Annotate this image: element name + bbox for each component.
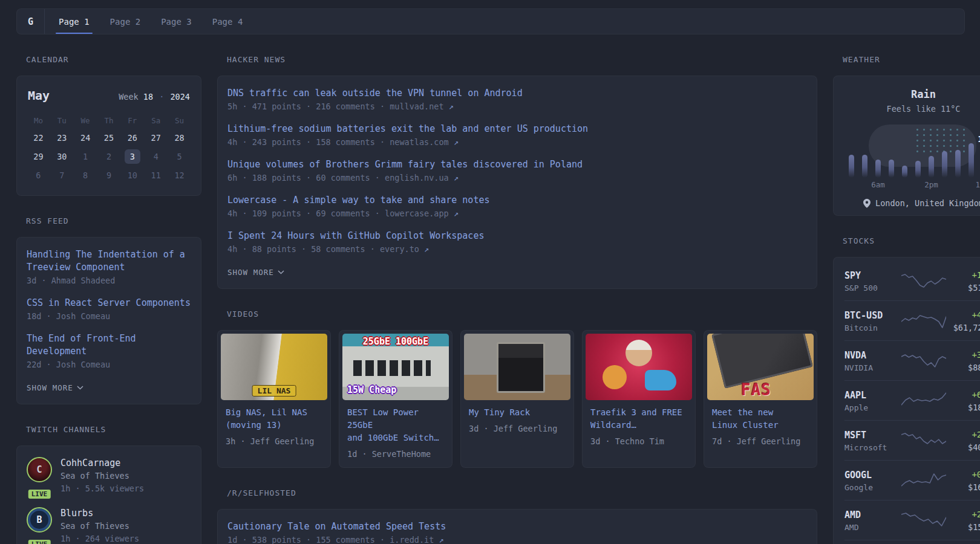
show-more-label: SHOW MORE (27, 383, 73, 392)
stock-symbol: NVDA (844, 349, 901, 361)
stock-row[interactable]: BTC-USD Bitcoin +4.40% $61,725.48 (844, 300, 980, 340)
story-title-link[interactable]: Lowercase - A simple way to take and sha… (227, 194, 807, 207)
channel-game: Sea of Thieves (60, 470, 144, 482)
video-title-link[interactable]: BEST Low Power 25GbE and 100GbE Switch… (342, 400, 449, 444)
stock-row[interactable]: AAPL Apple +6.87% $184.91 (844, 380, 980, 420)
video-title-link[interactable]: Traefik 3 and FREE Wildcard… (586, 400, 692, 432)
stock-row[interactable]: MSFT Microsoft +2.16% $406.43 (844, 420, 980, 460)
stock-id: MSFT Microsoft (844, 429, 901, 452)
story-title-link[interactable]: I Spent 24 Hours with GitHub Copilot Wor… (227, 230, 807, 242)
stock-symbol: AMD (844, 509, 901, 521)
stock-price: $888.40 (947, 363, 980, 372)
video-card[interactable]: LIL NAS Big NAS, Lil NAS (moving 13) 3h … (217, 330, 331, 468)
video-title-link[interactable]: Big NAS, Lil NAS (moving 13) (221, 400, 327, 432)
thumbnail-text: LIL NAS (252, 385, 296, 397)
story-title-link[interactable]: CSS in React Server Components (27, 297, 191, 309)
stock-price: $511.57 (947, 283, 980, 293)
story-title-link[interactable]: The End of Front-End Development (27, 332, 191, 358)
weather-location: London, United Kingdom (844, 198, 980, 208)
story-meta: 22d · Josh Comeau (27, 358, 191, 371)
week-number: 18 (143, 92, 153, 102)
list-item: Cautionary Tale on Automated Speed Tests… (227, 520, 807, 544)
meta-text: 4h · 109 points · 69 comments · lowercas… (227, 209, 454, 218)
video-card[interactable]: Traefik 3 and FREE Wildcard… 3d · Techno… (582, 330, 696, 468)
hackernews-widget: DNS traffic can leak outside the VPN tun… (217, 76, 817, 289)
weekday-label: Sa (144, 112, 168, 128)
calendar-weekday-row: MoTuWeThFrSaSu (27, 112, 191, 128)
weather-section-label: WEATHER (843, 55, 980, 64)
stock-symbol: AAPL (844, 389, 901, 401)
hour-label: 6am (871, 180, 885, 189)
videos-section-label: VIDEOS (227, 309, 816, 319)
hackernews-list: DNS traffic can leak outside the VPN tun… (227, 87, 807, 256)
meta-text: 3d · Ahmad Shadeed (27, 276, 115, 285)
app-logo[interactable]: G (17, 9, 45, 34)
calendar-day: 9 (97, 166, 121, 184)
video-thumbnail[interactable]: FAS (707, 334, 814, 400)
external-link-arrow-icon: ↗ (454, 137, 459, 147)
thumbnail-text: FAS (741, 381, 771, 399)
stock-row[interactable]: NVDA NVIDIA +3.52% $888.40 (844, 340, 980, 380)
stocks-widget: SPY S&P 500 +1.29% $511.57 BTC-USD Bitco… (833, 257, 980, 544)
live-badge: LIVE (27, 539, 52, 544)
video-card[interactable]: 25GbE 100GbE15W Cheap BEST Low Power 25G… (339, 330, 452, 468)
calendar-header: May Week 18 · 2024 (28, 88, 190, 103)
story-title-link[interactable]: Cautionary Tale on Automated Speed Tests (227, 520, 807, 533)
twitch-widget: C LIVE CohhCarnage Sea of Thieves 1h · 5… (16, 445, 201, 544)
stock-name: Bitcoin (844, 323, 901, 332)
thumbnail-text: 25GbE 100GbE (363, 336, 428, 347)
tab-label: Page 4 (212, 17, 243, 27)
stock-row[interactable]: AMD AMD +2.94% $150.45 (844, 500, 980, 540)
page-tab[interactable]: Page 4 (202, 9, 253, 34)
stock-id: SPY S&P 500 (844, 270, 901, 293)
video-thumbnail[interactable]: LIL NAS (221, 334, 327, 400)
page-tab[interactable]: Page 2 (100, 9, 151, 34)
video-meta: 3d · Jeff Geerling (464, 419, 570, 433)
dashboard-columns: CALENDAR May Week 18 · 2024 MoTuWeThFrSa… (16, 34, 965, 544)
twitch-channel-item[interactable]: B LIVE Blurbs Sea of Thieves 1h · 264 vi… (27, 507, 191, 544)
story-title-link[interactable]: Lithium-free sodium batteries exit the l… (227, 123, 807, 135)
calendar-year: 2024 (170, 92, 190, 102)
page-tabs: Page 1Page 2Page 3Page 4 (48, 9, 253, 34)
stock-sparkline (901, 312, 947, 330)
video-thumbnail[interactable] (586, 334, 692, 400)
twitch-channel-item[interactable]: C LIVE CohhCarnage Sea of Thieves 1h · 5… (27, 457, 191, 495)
stock-id: BTC-USD Bitcoin (844, 309, 901, 332)
sparkline-chart (901, 312, 946, 330)
video-card[interactable]: My Tiny Rack 3d · Jeff Geerling (460, 330, 574, 468)
calendar-day: 27 (144, 128, 168, 147)
stock-row[interactable]: SPY S&P 500 +1.29% $511.57 (844, 261, 980, 300)
story-title-link[interactable]: Handling The Indentation of a Treeview C… (27, 248, 191, 274)
rss-show-more-button[interactable]: SHOW MORE (27, 383, 83, 392)
weekday-label: Th (97, 112, 121, 128)
video-thumbnail[interactable] (464, 334, 570, 400)
page-tab[interactable]: Page 3 (151, 9, 202, 34)
hackernews-show-more-button[interactable]: SHOW MORE (227, 268, 284, 277)
calendar-day: 23 (50, 128, 74, 147)
stock-sparkline (901, 352, 947, 370)
calendar-day: 6 (27, 166, 50, 184)
map-pin-icon (863, 199, 871, 208)
calendar-day: 22 (27, 128, 50, 147)
page-tab[interactable]: Page 1 (48, 9, 100, 34)
story-meta: 3d · Ahmad Shadeed (27, 274, 191, 287)
video-title-link[interactable]: My Tiny Rack (464, 400, 570, 419)
story-title-link[interactable]: DNS traffic can leak outside the VPN tun… (227, 87, 807, 100)
stock-row[interactable]: GOOGL Google +0.10% $166.78 (844, 460, 980, 500)
video-card[interactable]: FAS Meet the new Linux Cluster 7d · Jeff… (704, 330, 817, 468)
stock-sparkline (901, 432, 947, 450)
channel-game: Sea of Thieves (60, 520, 139, 533)
story-title-link[interactable]: Unique volumes of Brothers Grimm fairy t… (227, 158, 807, 171)
stock-price: $61,725.48 (947, 323, 980, 332)
weather-bar (902, 166, 907, 178)
meta-text: 6h · 188 points · 60 comments · english.… (227, 173, 454, 183)
calendar-day: 30 (50, 147, 74, 166)
stock-name: Google (844, 483, 901, 492)
show-more-label: SHOW MORE (227, 268, 274, 277)
weather-condition: Rain (844, 88, 980, 100)
person-figure (626, 340, 652, 366)
stock-row[interactable]: RDDT -1.65% (844, 540, 980, 544)
video-title-link[interactable]: Meet the new Linux Cluster (707, 400, 814, 432)
video-thumbnail[interactable]: 25GbE 100GbE15W Cheap (342, 334, 449, 400)
video-meta: 3d · Techno Tim (586, 432, 692, 446)
